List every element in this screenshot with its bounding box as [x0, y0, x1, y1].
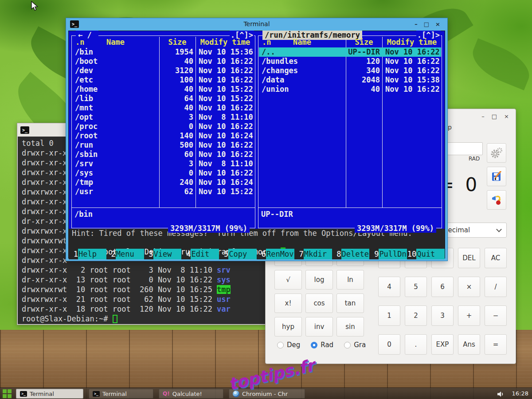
file-name: /sbin [75, 150, 98, 159]
number-base-select[interactable]: Decimal [438, 223, 507, 238]
file-row[interactable]: /root140Nov 10 16:24 [72, 131, 254, 141]
mc-command-line[interactable]: root@Slax-Debian:/run/initramfs/memory# [69, 239, 445, 249]
file-mtime: Nov 8 11:10 [199, 159, 253, 168]
fkey-delete[interactable]: 8Delete [332, 249, 370, 259]
file-row[interactable]: /union40Nov 10 16:22 [259, 85, 441, 94]
file-row[interactable]: /tmp240Nov 10 16:24 [72, 178, 254, 187]
file-size: 60 [160, 150, 193, 159]
angle-mode-gra[interactable]: Gra [344, 341, 366, 349]
fkey-menu[interactable]: 2Menu [106, 249, 144, 259]
calc-func-button-cos[interactable]: cos [305, 293, 333, 313]
mtime-column-header[interactable]: Modify time [196, 38, 255, 47]
mc-terminal-window[interactable]: >_ Terminal – □ × ← / .[^]> .n Name Size… [66, 18, 448, 261]
save-button[interactable] [487, 167, 506, 186]
file-row[interactable]: /sbin60Nov 10 16:22 [72, 150, 254, 159]
fkey-edit[interactable]: 4Edit [181, 249, 219, 259]
file-row[interactable]: /data2048Nov 10 15:38 [259, 75, 441, 85]
calc-key-button-3[interactable]: 3 [431, 305, 454, 326]
convert-button[interactable] [487, 190, 506, 210]
fkey-pulldn[interactable]: 9PullDn [369, 249, 407, 259]
file-row[interactable]: /etc100Nov 10 16:22 [72, 75, 254, 85]
calc-func-button-√[interactable]: √ [274, 270, 302, 289]
mc-left-panel[interactable]: ← / .[^]> .n Name Size Modify time /bin1… [71, 35, 255, 228]
calc-key-button-Ans[interactable]: Ans [458, 334, 480, 355]
calc-key-button-/[interactable]: / [485, 277, 507, 297]
file-row[interactable]: /mnt40Nov 10 16:22 [72, 103, 254, 113]
angle-mode-deg[interactable]: Deg [277, 341, 300, 349]
volume-icon[interactable] [497, 391, 505, 399]
calc-func-button-hyp[interactable]: hyp [274, 317, 302, 336]
calc-func-button-inv[interactable]: inv [305, 317, 333, 336]
file-row[interactable]: /bin1954Nov 10 15:36 [72, 47, 254, 57]
fkey-help[interactable]: 1Help [69, 249, 106, 259]
file-name: /union [262, 85, 289, 94]
calc-func-button-x![interactable]: x! [274, 293, 302, 313]
file-mtime: Nov 8 11:10 [199, 113, 253, 122]
calc-key-button-+[interactable]: + [458, 305, 480, 326]
calc-key-button-5[interactable]: 5 [405, 277, 427, 297]
file-row[interactable]: /..UP--DIRNov 10 16:22 [259, 47, 441, 57]
file-row[interactable]: /changes340Nov 10 16:22 [259, 66, 441, 75]
clock[interactable]: 16:28 [512, 390, 528, 397]
calc-key-button-DEL[interactable]: DEL [458, 248, 480, 268]
calc-key-button-4[interactable]: 4 [378, 277, 400, 297]
file-row[interactable]: /run500Nov 10 16:22 [72, 141, 254, 150]
file-row[interactable]: /dev3120Nov 10 16:22 [72, 66, 254, 75]
close-button[interactable]: × [435, 21, 440, 27]
mc-titlebar[interactable]: >_ Terminal – □ × [66, 18, 447, 31]
file-name: /tmp [75, 178, 93, 187]
calc-key-button-EXP[interactable]: EXP [431, 334, 454, 355]
name-column-header[interactable]: Name [258, 38, 346, 47]
maximize-button[interactable]: □ [492, 113, 497, 120]
calc-func-button-tan[interactable]: tan [336, 293, 364, 313]
taskbar-item-terminal[interactable]: >_Terminal [89, 389, 153, 399]
calc-key-button-×[interactable]: × [458, 277, 480, 297]
file-size: 3 [160, 159, 193, 168]
mc-function-key-bar: 1Help2Menu3View4Edit5Copy6RenMov7Mkdir8D… [69, 249, 445, 259]
file-row[interactable]: /bundles120Nov 10 16:22 [259, 57, 441, 66]
size-column-header[interactable]: Size [346, 38, 382, 47]
file-row[interactable]: /opt3Nov 8 11:10 [72, 113, 254, 122]
taskbar-item-qalculate-[interactable]: Q!Qalculate! [159, 389, 223, 399]
fkey-mkdir[interactable]: 7Mkdir [294, 249, 332, 259]
file-row[interactable]: /sys0Nov 10 16:22 [72, 168, 254, 178]
calc-func-button-sin[interactable]: sin [336, 317, 364, 336]
file-row[interactable]: /proc0Nov 10 16:22 [72, 122, 254, 131]
file-row[interactable]: /srv3Nov 8 11:10 [72, 159, 254, 168]
settings-button[interactable] [487, 143, 506, 163]
minimize-button[interactable]: – [481, 113, 485, 120]
fkey-view[interactable]: 3View [144, 249, 182, 259]
size-column-header[interactable]: Size [159, 38, 196, 47]
file-row[interactable]: /usr62Nov 10 15:22 [72, 187, 254, 196]
fkey-number: 2 [106, 249, 116, 259]
file-row[interactable]: /home40Nov 10 15:22 [72, 85, 254, 94]
file-row[interactable]: /lib64Nov 10 15:22 [72, 94, 254, 103]
taskbar-item-terminal[interactable]: >_Terminal [16, 389, 83, 399]
mc-right-panel[interactable]: /run/initramfs/memory .[^]> .n Name Size… [258, 35, 442, 228]
calc-key-button-.[interactable]: . [405, 334, 427, 355]
calc-func-button-ln[interactable]: ln [336, 270, 364, 289]
angle-mode-rad[interactable]: Rad [311, 341, 333, 349]
start-menu-button[interactable] [3, 389, 12, 398]
file-row[interactable]: /boot40Nov 10 16:22 [72, 57, 254, 66]
mtime-column-header[interactable]: Modify time [382, 38, 442, 47]
minimize-button[interactable]: – [415, 21, 418, 27]
maximize-button[interactable]: □ [424, 21, 429, 27]
calc-key-button-6[interactable]: 6 [431, 277, 454, 297]
terminal-dir-name: tmp [217, 285, 231, 294]
calc-key-button-1[interactable]: 1 [378, 305, 400, 326]
fkey-copy[interactable]: 5Copy [219, 249, 257, 259]
calc-key-button-0[interactable]: 0 [378, 334, 400, 355]
task-label: Terminal [30, 391, 54, 397]
calc-func-button-log[interactable]: log [305, 270, 333, 289]
close-button[interactable]: × [504, 113, 509, 120]
calc-key-button-=[interactable]: = [485, 334, 507, 355]
calc-key-button-2[interactable]: 2 [405, 305, 427, 326]
terminal-dir-name: var [217, 305, 231, 313]
fkey-quit[interactable]: 10Quit [407, 249, 445, 259]
calc-key-button-−[interactable]: − [485, 305, 507, 326]
calc-key-button-AC[interactable]: AC [485, 248, 507, 268]
fkey-renmov[interactable]: 6RenMov [257, 249, 294, 259]
file-size: 40 [160, 103, 193, 113]
name-column-header[interactable]: Name [72, 38, 159, 47]
